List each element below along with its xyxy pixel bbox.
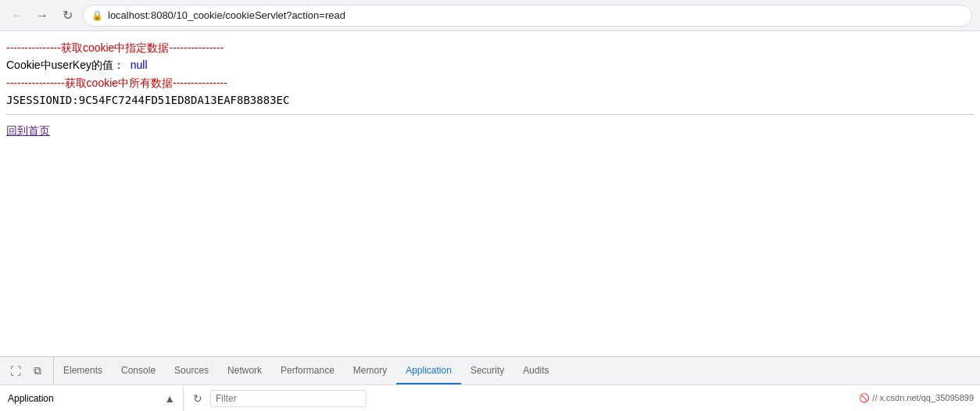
device-icon[interactable]: ⧉: [28, 362, 47, 381]
devtools-bar: ⛶ ⧉ Elements Console Sources Network Per…: [0, 356, 980, 384]
inspect-icon[interactable]: ⛶: [6, 362, 25, 381]
back-button[interactable]: ←: [8, 6, 27, 25]
panel-right-info: 🚫 // x.csdn.net/qq_35095899: [859, 393, 980, 403]
back-link[interactable]: 回到首页: [6, 124, 50, 138]
line-jsessionid: JSESSIONID:9C54FC7244FD51ED8DA13EAF8B388…: [6, 91, 974, 109]
panel-sidebar-label: Application: [8, 393, 54, 404]
devtools-tabs: Elements Console Sources Network Perform…: [54, 357, 980, 384]
chinese-text-2: 获取cookie中所有数据: [65, 77, 173, 89]
tab-memory[interactable]: Memory: [344, 357, 396, 384]
refresh-button[interactable]: ↻: [58, 6, 77, 25]
url-text: localhost:8080/10_cookie/cookieServlet?a…: [108, 9, 345, 21]
userkey-label: Cookie中userKey的值：: [6, 59, 124, 71]
tab-audits[interactable]: Audits: [513, 357, 558, 384]
dashes-left-1: ---------------: [6, 41, 61, 54]
divider: [6, 114, 974, 115]
chinese-text-1: 获取cookie中指定数据: [61, 41, 169, 54]
tab-network[interactable]: Network: [218, 357, 271, 384]
line-get-specific: ---------------获取cookie中指定数据------------…: [6, 39, 974, 56]
dashes-right-2: ---------------: [173, 77, 227, 89]
tab-sources[interactable]: Sources: [165, 357, 218, 384]
lock-icon: 🔒: [91, 10, 103, 21]
dashes-left-2: ----------------: [6, 77, 65, 89]
page-content: ---------------获取cookie中指定数据------------…: [0, 31, 980, 356]
filter-refresh-button[interactable]: ↻: [190, 391, 206, 406]
tab-application[interactable]: Application: [396, 357, 461, 384]
sidebar-expand-icon[interactable]: ▲: [164, 392, 175, 405]
null-value: null: [131, 59, 148, 71]
address-bar[interactable]: 🔒 localhost:8080/10_cookie/cookieServlet…: [83, 5, 972, 27]
forward-button[interactable]: →: [33, 6, 52, 25]
tab-performance[interactable]: Performance: [271, 357, 344, 384]
browser-toolbar: ← → ↻ 🔒 localhost:8080/10_cookie/cookieS…: [0, 0, 980, 31]
panel-toolbar: ↻: [184, 390, 859, 407]
tab-console[interactable]: Console: [112, 357, 165, 384]
devtools-panel: Application ▲ ↻ 🚫 // x.csdn.net/qq_35095…: [0, 384, 980, 411]
line-get-all: ----------------获取cookie中所有数据-----------…: [6, 74, 974, 91]
session-text: JSESSIONID:9C54FC7244FD51ED8DA13EAF8B388…: [6, 94, 289, 106]
line-userkey: Cookie中userKey的值： null: [6, 56, 974, 73]
filter-input[interactable]: [210, 390, 367, 407]
tab-security[interactable]: Security: [461, 357, 513, 384]
tab-elements[interactable]: Elements: [54, 357, 112, 384]
dashes-right-1: ---------------: [169, 41, 224, 54]
panel-sidebar: Application ▲: [0, 385, 184, 411]
devtools-icon-group: ⛶ ⧉: [0, 357, 54, 384]
